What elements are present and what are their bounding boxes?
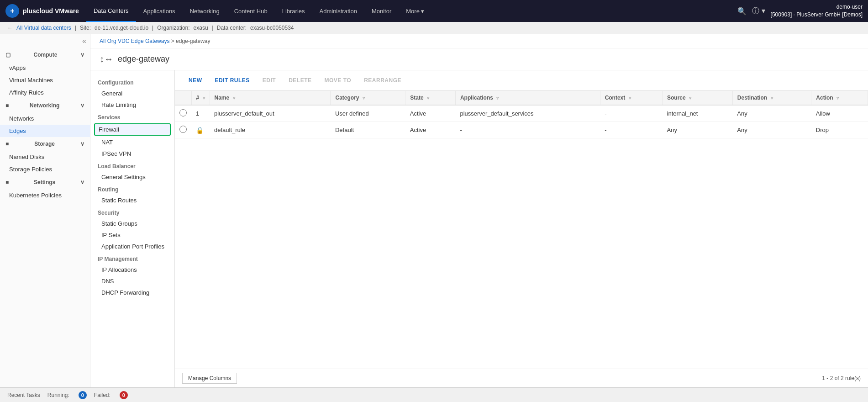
row2-action: Drop: [811, 122, 868, 138]
sort-state-icon[interactable]: ▿: [427, 95, 429, 100]
nav-ip-sets[interactable]: IP Sets: [90, 229, 174, 241]
col-header-checkbox: [175, 91, 191, 105]
help-icon[interactable]: ⓘ ▾: [752, 6, 765, 16]
move-to-button[interactable]: MOVE TO: [318, 75, 358, 86]
table-row[interactable]: 1 plusserver_default_out User defined Ac…: [175, 105, 868, 122]
nav-dns[interactable]: DNS: [90, 275, 174, 287]
storage-chevron: ∨: [80, 141, 84, 147]
col-header-context: Context ▿: [600, 91, 662, 105]
row1-radio-cell[interactable]: [175, 105, 191, 122]
edit-rules-button[interactable]: EDIT RULES: [209, 75, 256, 86]
sort-source-icon[interactable]: ▿: [689, 95, 691, 100]
sidebar-item-k8s[interactable]: Kubernetes Policies: [0, 189, 90, 201]
nav-item-monitor[interactable]: Monitor: [364, 0, 399, 22]
page-header: ↕↔ edge-gateway: [90, 48, 868, 70]
sort-context-icon[interactable]: ▿: [629, 95, 631, 100]
row1-radio[interactable]: [179, 109, 187, 116]
site-value: de-11.vcd.get-cloud.io: [95, 25, 148, 31]
new-button[interactable]: NEW: [182, 75, 209, 86]
user-detail: [500903] · PlusServer GmbH [Demos]: [771, 11, 863, 19]
sidebar-item-nameddisks[interactable]: Named Disks: [0, 151, 90, 163]
col-header-category: Category ▿: [331, 91, 405, 105]
nav-static-groups[interactable]: Static Groups: [90, 218, 174, 229]
collapse-btn[interactable]: «: [0, 34, 90, 48]
settings-label: Settings: [34, 179, 55, 185]
row2-lock-cell: 🔒: [191, 122, 210, 138]
storage-label: Storage: [34, 141, 55, 147]
row2-state: Active: [405, 122, 456, 138]
sort-category-icon[interactable]: ▿: [363, 95, 365, 100]
sidebar-item-networks[interactable]: Networks: [0, 112, 90, 125]
nav-lb-general[interactable]: General Settings: [90, 171, 174, 183]
lb-section-label: Load Balancer: [90, 159, 174, 171]
networking-header[interactable]: ■ Networking ∨: [0, 99, 90, 112]
compute-header[interactable]: ▢ Compute ∨: [0, 48, 90, 62]
failed-badge: 0: [120, 391, 128, 399]
firewall-panel: NEW EDIT RULES EDIT DELETE MOVE TO REARR…: [175, 70, 868, 387]
manage-columns-button[interactable]: Manage Columns: [182, 373, 237, 384]
sort-num-icon[interactable]: ▿: [203, 95, 205, 100]
nav-item-contenthub[interactable]: Content Hub: [227, 0, 275, 22]
row1-applications: plusserver_default_services: [455, 105, 600, 122]
nav-item-libraries[interactable]: Libraries: [275, 0, 312, 22]
settings-chevron: ∨: [80, 179, 84, 185]
sidebar-item-vms[interactable]: Virtual Machines: [0, 74, 90, 86]
gateway-icon: ↕↔: [100, 54, 113, 64]
nav-item-applications[interactable]: Applications: [136, 0, 183, 22]
nav-static-routes[interactable]: Static Routes: [90, 195, 174, 206]
nav-item-more[interactable]: More ▾: [399, 0, 431, 22]
compute-icon: ▢: [5, 52, 11, 58]
settings-header[interactable]: ■ Settings ∨: [0, 175, 90, 189]
sidebar-item-edges[interactable]: Edges: [0, 125, 90, 137]
firewall-table-wrapper: # ▿ Name ▿ Category ▿: [175, 91, 868, 369]
lock-icon: 🔒: [196, 127, 204, 134]
col-header-applications: Applications ▿: [455, 91, 600, 105]
sort-name-icon[interactable]: ▿: [233, 95, 235, 100]
breadcrumb-parent-link[interactable]: All Org VDC Edge Gateways: [100, 38, 169, 44]
row2-radio-cell[interactable]: [175, 122, 191, 138]
row1-category: User defined: [331, 105, 405, 122]
nav-dhcp[interactable]: DHCP Forwarding: [90, 287, 174, 298]
inner-layout: Configuration General Rate Limiting Serv…: [90, 70, 868, 387]
nav-ipsec[interactable]: IPSec VPN: [90, 148, 174, 159]
networking-icon: ■: [5, 102, 9, 109]
site-bar: ← All Virtual data centers | Site: de-11…: [0, 22, 868, 34]
edit-button[interactable]: EDIT: [256, 75, 282, 86]
breadcrumb-current: edge-gateway: [176, 38, 210, 44]
page-title: edge-gateway: [118, 54, 169, 64]
col-header-state: State ▿: [405, 91, 456, 105]
sort-destination-icon[interactable]: ▿: [771, 95, 773, 100]
running-label: Running:: [47, 392, 69, 398]
nav-app-port-profiles[interactable]: Application Port Profiles: [90, 241, 174, 252]
rearrange-button[interactable]: REARRANGE: [358, 75, 408, 86]
routing-section-label: Routing: [90, 183, 174, 195]
site-sep2: |: [152, 25, 153, 31]
nav-nat[interactable]: NAT: [90, 137, 174, 148]
table-body: 1 plusserver_default_out User defined Ac…: [175, 105, 868, 138]
sidebar-item-affinity[interactable]: Affinity Rules: [0, 86, 90, 99]
main-wrapper: « ▢ Compute ∨ vApps Virtual Machines Aff…: [0, 34, 868, 387]
nav-items: Data Centers Applications Networking Con…: [86, 0, 737, 22]
nav-item-datacenters[interactable]: Data Centers: [86, 0, 136, 22]
all-vdcs-link[interactable]: All Virtual data centers: [16, 25, 71, 31]
failed-label: Failed:: [94, 392, 110, 398]
nav-general[interactable]: General: [90, 88, 174, 99]
search-icon[interactable]: 🔍: [737, 7, 747, 16]
table-row[interactable]: 🔒 default_rule Default Active - - Any An…: [175, 122, 868, 138]
sidebar-item-vapps[interactable]: vApps: [0, 62, 90, 74]
nav-ip-alloc[interactable]: IP Allocations: [90, 264, 174, 275]
nav-firewall[interactable]: Firewall: [94, 123, 171, 136]
row1-name: plusserver_default_out: [210, 105, 331, 122]
nav-rate-limiting[interactable]: Rate Limiting: [90, 99, 174, 111]
storage-icon: ■: [5, 141, 9, 147]
storage-header[interactable]: ■ Storage ∨: [0, 137, 90, 151]
delete-button[interactable]: DELETE: [282, 75, 318, 86]
sort-action-icon[interactable]: ▿: [836, 95, 839, 100]
compute-section: ▢ Compute ∨ vApps Virtual Machines Affin…: [0, 48, 90, 99]
nav-item-administration[interactable]: Administration: [312, 0, 364, 22]
sort-applications-icon[interactable]: ▿: [496, 95, 499, 100]
nav-item-networking[interactable]: Networking: [183, 0, 227, 22]
sidebar-item-storagepolicies[interactable]: Storage Policies: [0, 163, 90, 175]
row1-state: Active: [405, 105, 456, 122]
row2-radio[interactable]: [179, 126, 187, 133]
